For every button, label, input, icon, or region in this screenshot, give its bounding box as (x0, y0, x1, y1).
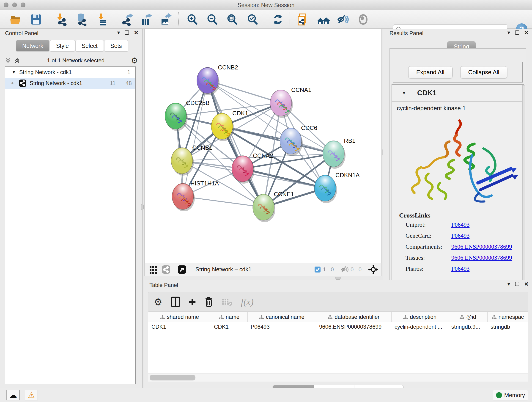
column-header[interactable]: @id (448, 312, 487, 322)
network-canvas[interactable]: CCNB2CCNA1CDC25BCDK1CDC6RB1CCNB1CCNA2CDK… (144, 29, 381, 263)
delete-column-icon[interactable] (204, 297, 213, 307)
float-panel-icon[interactable] (515, 31, 519, 35)
expand-all-tree-icon[interactable] (14, 57, 21, 64)
memory-button[interactable]: Memory (493, 390, 528, 400)
network-node-hist1h1a[interactable]: HIST1H1A (172, 180, 219, 211)
tab-network[interactable]: Network (16, 40, 50, 51)
export-table-icon[interactable] (140, 13, 153, 26)
collapse-panel-icon[interactable]: ▾ (507, 30, 510, 35)
network-node-cdkn1a[interactable]: CDKN1A (314, 172, 360, 203)
column-header[interactable]: database identifier (316, 312, 391, 322)
network-graph[interactable]: CCNB2CCNA1CDC25BCDK1CDC6RB1CCNB1CCNA2CDK… (145, 29, 381, 263)
collapse-panel-icon[interactable]: ▾ (117, 30, 120, 35)
refresh-icon[interactable] (271, 13, 285, 26)
node-table[interactable]: shared namenamecanonical namedatabase id… (148, 312, 528, 373)
network-options-gear-icon[interactable]: ⚙ (131, 56, 138, 65)
close-panel-icon[interactable]: × (134, 29, 138, 36)
copy-network-icon[interactable] (296, 13, 309, 26)
show-columns-icon[interactable] (171, 297, 180, 307)
network-edge[interactable] (183, 196, 264, 207)
table-cell[interactable]: P06493 (247, 322, 316, 332)
network-node-cdc25b[interactable]: CDC25B (165, 99, 210, 131)
import-table-icon[interactable] (96, 13, 109, 26)
network-node-ccna1[interactable]: CCNA1 (270, 86, 311, 118)
zoom-fit-icon[interactable] (225, 13, 239, 26)
expand-all-button[interactable]: Expand All (408, 66, 452, 78)
hidden-eye-slash-icon (341, 265, 349, 274)
table-cell[interactable]: cyclin-dependent ... (391, 322, 448, 332)
tree-expander-icon[interactable]: ▼ (12, 70, 16, 75)
crosslink-link[interactable]: P06493 (451, 265, 469, 272)
scrollbar-thumb[interactable] (150, 375, 196, 380)
column-header[interactable]: shared name (148, 312, 211, 322)
float-panel-icon[interactable] (125, 31, 129, 35)
crosslink-link[interactable]: P06493 (451, 232, 469, 239)
gene-header[interactable]: ▼ CDK1 (392, 85, 524, 102)
table-cell[interactable]: CDK1 (211, 322, 247, 332)
node-label: CCNB2 (218, 64, 238, 71)
collapse-all-button[interactable]: Collapse All (460, 66, 507, 78)
hide-unhide-icon[interactable] (336, 13, 350, 26)
close-panel-icon[interactable]: × (524, 281, 528, 287)
home-networks-icon[interactable] (317, 13, 330, 26)
network-tree: ▼ String Network - cdk1 1 • String Netwo… (5, 66, 136, 384)
network-collection-row[interactable]: ▼ String Network - cdk1 1 (5, 67, 135, 78)
results-scrollbar[interactable] (522, 85, 525, 292)
collapse-panel-icon[interactable]: ▾ (507, 281, 510, 287)
cloud-status-button[interactable]: ☁ (6, 390, 20, 400)
warnings-button[interactable]: ⚠ (25, 390, 38, 400)
column-header[interactable]: namespac (487, 312, 528, 322)
zoom-selected-icon[interactable] (246, 13, 259, 26)
zoom-in-icon[interactable] (186, 13, 199, 26)
close-panel-icon[interactable]: × (524, 29, 528, 36)
zoom-out-icon[interactable] (206, 13, 219, 26)
toolbar-separator (290, 12, 290, 26)
birdseye-view-icon[interactable] (177, 265, 186, 274)
export-network-icon[interactable] (121, 13, 134, 26)
selected-checkbox-icon[interactable] (314, 266, 321, 273)
column-header[interactable]: description (391, 312, 448, 322)
network-row[interactable]: • String Network - cdk1 11 48 (5, 78, 135, 89)
tab-select[interactable]: Select (75, 40, 104, 51)
table-gear-icon[interactable]: ⚙ (154, 296, 162, 307)
string-view-icon[interactable] (162, 265, 171, 274)
crosslink-row: Pharos:P06493 (405, 265, 524, 272)
tab-style[interactable]: Style (50, 40, 75, 51)
crosslink-link[interactable]: 9606.ENSP00000378699 (451, 243, 512, 250)
pan-crosshair-icon[interactable] (368, 264, 379, 275)
network-node-ccnb2[interactable]: CCNB2 (197, 64, 238, 95)
table-cell[interactable]: stringdb (487, 322, 528, 332)
table-horizontal-scrollbar[interactable] (148, 374, 528, 382)
table-cell[interactable]: stringdb:9... (448, 322, 487, 332)
network-edge[interactable] (208, 80, 264, 207)
save-session-icon[interactable] (29, 13, 43, 26)
add-column-icon[interactable]: + (189, 297, 196, 306)
import-network-icon[interactable] (55, 13, 68, 26)
table-row[interactable]: CDK1CDK1P064939606.ENSP00000378699cyclin… (148, 322, 528, 332)
left-splitter-handle[interactable] (141, 204, 144, 210)
crosslink-link[interactable]: P06493 (451, 221, 469, 228)
bottom-splitter-handle[interactable] (335, 277, 341, 280)
column-header[interactable]: name (211, 312, 247, 322)
title-bar: Session: New Session (0, 0, 532, 10)
gene-expander-icon[interactable]: ▼ (402, 90, 406, 96)
network-node-ccna2[interactable]: CCNA2 (232, 152, 273, 184)
table-cell[interactable]: 9606.ENSP00000378699 (316, 322, 391, 332)
control-panel: Control Panel ▾ × Network Style Select S… (0, 29, 143, 388)
table-cell[interactable]: CDK1 (148, 322, 211, 332)
delete-table-icon (222, 297, 233, 306)
crosslink-link[interactable]: 9606.ENSP00000378699 (451, 254, 512, 261)
open-session-icon[interactable] (9, 13, 22, 26)
column-header[interactable]: canonical name (247, 312, 316, 322)
export-image-icon[interactable] (159, 13, 172, 26)
network-node-cdc6[interactable]: CDC6 (280, 124, 317, 156)
memory-label: Memory (504, 392, 525, 399)
float-panel-icon[interactable] (515, 282, 519, 286)
network-node-ccne1[interactable]: CCNE1 (253, 191, 294, 222)
grid-view-icon[interactable] (149, 265, 158, 274)
tab-sets[interactable]: Sets (104, 40, 128, 51)
import-database-icon[interactable] (75, 13, 88, 26)
network-node-rb1[interactable]: RB1 (323, 137, 355, 169)
collapse-all-icon[interactable] (5, 57, 12, 64)
eye-icon[interactable] (356, 13, 370, 26)
